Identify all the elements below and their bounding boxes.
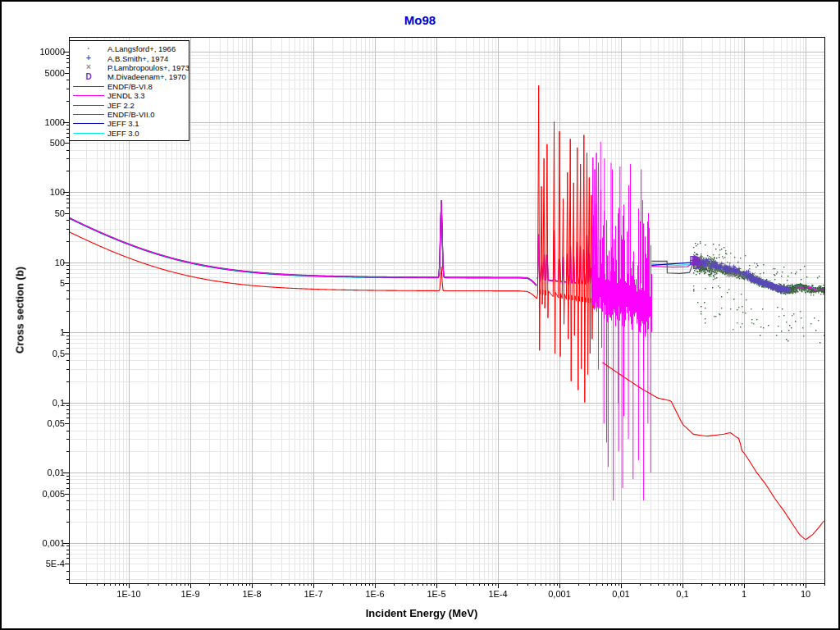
y-tick-label: 0,05 [48, 418, 65, 428]
line-swatch [73, 86, 104, 87]
y-tick-label: 5 [60, 278, 65, 288]
y-tick-label: 10000 [39, 47, 65, 57]
y-tick-label: 5000 [45, 68, 65, 78]
legend-item[interactable]: JEF 2.2 [70, 100, 189, 109]
legend-label: ENDF/B-VI.8 [107, 82, 153, 91]
dot-marker-icon: · [70, 45, 107, 53]
legend-line-swatch [70, 86, 107, 87]
x-tick-label: 1E-6 [365, 589, 384, 599]
dee-marker-icon: D [70, 73, 107, 81]
y-tick-label: 50 [55, 208, 65, 218]
legend[interactable]: ·A.Langsford+, 1966+A.B.Smith+, 1974×P.L… [69, 40, 189, 141]
cross-marker-icon: × [70, 63, 107, 71]
y-tick-label: 5E-4 [46, 559, 65, 568]
legend-label: JENDL 3.3 [107, 91, 145, 100]
x-tick-label: 1E-8 [242, 589, 261, 599]
x-tick-label: 0,001 [548, 589, 571, 599]
legend-item[interactable]: ENDF/B-VII.0 [70, 110, 189, 119]
line-swatch [73, 133, 104, 134]
legend-label: JEFF 3.1 [107, 119, 139, 128]
legend-label: ENDF/B-VII.0 [107, 110, 155, 119]
legend-line-swatch [70, 123, 107, 124]
y-tick-label: 0,001 [42, 538, 65, 548]
y-tick-label: 0,01 [48, 468, 65, 477]
legend-item[interactable]: JEFF 3.1 [70, 119, 189, 128]
legend-line-swatch [70, 133, 107, 134]
plus-marker-icon: + [70, 54, 107, 62]
x-tick-label: 0,01 [612, 589, 629, 599]
y-tick-label: 0,1 [52, 398, 65, 408]
y-tick-label: 500 [50, 138, 65, 148]
legend-line-swatch [70, 95, 107, 96]
legend-label: P.Lambropoulos+, 1973 [107, 63, 189, 72]
legend-label: A.Langsford+, 1966 [107, 44, 176, 53]
x-tick-label: 1E-10 [116, 589, 140, 599]
x-tick-label: 1E-4 [488, 589, 507, 599]
legend-item[interactable]: JEFF 3.0 [70, 129, 189, 138]
x-axis-title: Incident Energy (MeV) [366, 607, 478, 619]
legend-item[interactable]: ×P.Lambropoulos+, 1973 [70, 63, 189, 72]
y-tick-label: 0,005 [42, 489, 65, 499]
legend-item[interactable]: +A.B.Smith+, 1974 [70, 53, 189, 62]
legend-label: JEFF 3.0 [107, 129, 139, 138]
y-tick-label: 0,5 [52, 349, 65, 358]
legend-line-swatch [70, 105, 107, 106]
line-swatch [73, 95, 104, 96]
legend-item[interactable]: JENDL 3.3 [70, 91, 189, 100]
y-tick-label: 1000 [45, 117, 65, 127]
cross-icon: × [86, 63, 91, 71]
x-tick-label: 1E-9 [180, 589, 199, 599]
dee-icon: D [85, 73, 91, 81]
y-tick-label: 100 [50, 187, 65, 197]
x-tick-label: 1 [742, 589, 746, 599]
x-tick-label: 0,1 [676, 589, 688, 599]
legend-label: JEF 2.2 [107, 101, 135, 110]
x-tick-label: 1E-5 [427, 589, 445, 599]
plot-window: Mo98 Incident Energy (MeV) Cross section… [0, 0, 840, 630]
dot-icon: · [87, 45, 89, 53]
x-tick-label: 1E-7 [304, 589, 322, 599]
plus-icon: + [86, 54, 91, 62]
legend-item[interactable]: ENDF/B-VI.8 [70, 82, 189, 91]
line-swatch [73, 123, 104, 124]
legend-line-swatch [70, 114, 107, 115]
legend-item[interactable]: DM.Divadeenam+, 1970 [70, 72, 189, 81]
legend-item[interactable]: ·A.Langsford+, 1966 [70, 44, 189, 53]
y-tick-label: 10 [55, 258, 65, 267]
y-axis-title: Cross section (b) [14, 267, 26, 354]
x-tick-label: 10 [801, 589, 810, 599]
line-swatch [73, 114, 104, 115]
legend-label: M.Divadeenam+, 1970 [107, 72, 186, 81]
y-tick-label: 1 [60, 327, 65, 337]
line-swatch [73, 105, 104, 106]
legend-label: A.B.Smith+, 1974 [107, 54, 168, 63]
